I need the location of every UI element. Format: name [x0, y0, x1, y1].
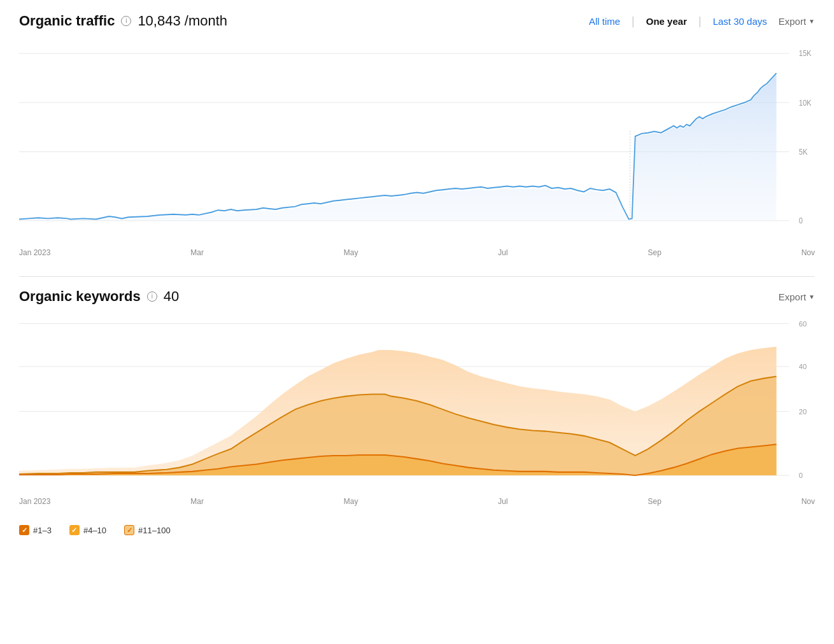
legend-checkbox-11-100[interactable]: ✓ [124, 525, 134, 535]
keywords-x-axis: Jan 2023 Mar May Jul Sep Nov [19, 497, 815, 506]
traffic-x-axis: Jan 2023 Mar May Jul Sep Nov [19, 248, 815, 257]
organic-traffic-header: Organic traffic i 10,843 /month All time… [19, 13, 815, 29]
x-label-jan: Jan 2023 [19, 248, 50, 257]
kw-x-label-jul: Jul [498, 497, 507, 506]
x-label-may: May [344, 248, 358, 257]
traffic-export-button[interactable]: Export ▼ [779, 16, 815, 27]
filter-one-year[interactable]: One year [646, 16, 687, 27]
keywords-legend: ✓ #1–3 ✓ #4–10 ✓ #11–100 [19, 525, 815, 535]
legend-label-11-100: #11–100 [138, 526, 171, 535]
legend-label-1-3: #1–3 [33, 526, 52, 535]
svg-text:60: 60 [799, 320, 807, 328]
organic-traffic-title: Organic traffic [19, 13, 115, 29]
svg-text:40: 40 [799, 363, 807, 370]
svg-text:0: 0 [799, 472, 803, 479]
organic-keywords-title: Organic keywords [19, 288, 141, 305]
keywords-export-button[interactable]: Export ▼ [779, 291, 815, 302]
traffic-chart-svg: 15K 10K 5K 0 [19, 39, 815, 243]
time-filter-group: All time | One year | Last 30 days Expor… [589, 15, 815, 28]
svg-text:15K: 15K [799, 49, 812, 58]
keywords-chart: 60 40 20 0 [19, 314, 815, 492]
organic-traffic-metric: 10,843 /month [138, 13, 227, 29]
kw-x-label-sep: Sep [647, 497, 661, 506]
legend-label-4-10: #4–10 [83, 526, 106, 535]
kw-x-label-jan: Jan 2023 [19, 497, 50, 506]
x-label-jul: Jul [498, 248, 507, 257]
x-label-nov: Nov [802, 248, 815, 257]
legend-checkbox-1-3[interactable]: ✓ [19, 525, 29, 535]
x-label-mar: Mar [190, 248, 204, 257]
kw-x-label-mar: Mar [190, 497, 204, 506]
svg-text:20: 20 [799, 407, 807, 415]
legend-checkbox-4-10[interactable]: ✓ [69, 525, 80, 535]
svg-text:10K: 10K [799, 98, 812, 107]
svg-text:5K: 5K [799, 147, 808, 156]
section-divider [19, 276, 815, 277]
traffic-chart: 15K 10K 5K 0 [19, 39, 815, 243]
keywords-chart-svg: 60 40 20 0 [19, 314, 815, 492]
kw-x-label-may: May [344, 497, 358, 506]
svg-text:0: 0 [799, 216, 803, 225]
organic-traffic-info-icon[interactable]: i [121, 16, 131, 26]
legend-item-4-10: ✓ #4–10 [69, 525, 106, 535]
legend-item-1-3: ✓ #1–3 [19, 525, 52, 535]
legend-item-11-100: ✓ #11–100 [124, 525, 171, 535]
keywords-export-arrow-icon: ▼ [809, 293, 815, 300]
organic-keywords-count: 40 [164, 288, 179, 305]
filter-all-time[interactable]: All time [589, 16, 620, 27]
svg-marker-8 [19, 74, 777, 221]
filter-last-30[interactable]: Last 30 days [713, 16, 767, 27]
x-label-sep: Sep [647, 248, 661, 257]
organic-keywords-header: Organic keywords i 40 Export ▼ [19, 288, 815, 305]
organic-keywords-info-icon[interactable]: i [147, 291, 157, 302]
export-arrow-icon: ▼ [809, 18, 815, 25]
kw-x-label-nov: Nov [802, 497, 815, 506]
